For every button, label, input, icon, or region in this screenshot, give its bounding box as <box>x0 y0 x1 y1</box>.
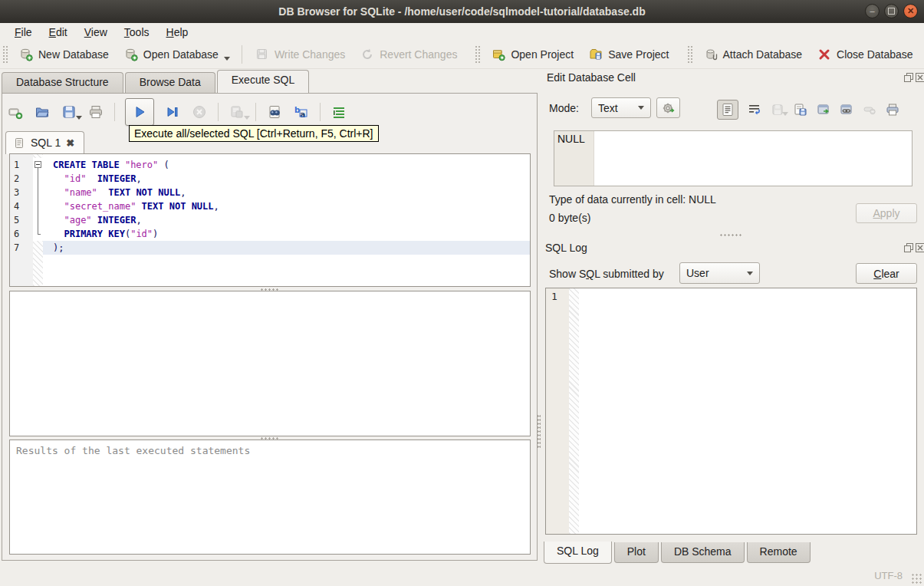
sql-code-editor[interactable]: 1 CREATE TABLE "hero" ( 2 "id" INTEGER, … <box>9 153 531 287</box>
sql-log-dock-title: SQL Log <box>545 242 587 254</box>
menu-tools[interactable]: Tools <box>117 25 156 40</box>
link-value-icon[interactable] <box>840 103 853 117</box>
execute-all-icon <box>131 104 148 120</box>
fold-margin[interactable] <box>33 227 43 241</box>
sql-toolbar-separator <box>255 103 256 121</box>
results-message-panel[interactable]: Results of the last executed statements <box>9 440 531 555</box>
close-database-button[interactable]: Close Database <box>809 42 920 67</box>
new-sql-tab-icon[interactable] <box>7 104 24 120</box>
maximize-button[interactable] <box>884 4 899 18</box>
log-line-number: 1 <box>546 288 916 302</box>
sql-tab-1[interactable]: SQL 1 ✖ <box>5 131 84 154</box>
fold-margin[interactable] <box>33 213 43 227</box>
toolbar-handle[interactable] <box>475 45 481 64</box>
line-number: 4 <box>10 199 33 213</box>
main-toolbar: New Database Open Database Write Changes… <box>0 41 924 69</box>
fold-toggle-icon[interactable] <box>35 161 41 168</box>
clear-button-label: Clear <box>873 268 899 280</box>
auto-complete-icon[interactable]: ba <box>293 104 310 120</box>
cell-value-area[interactable] <box>594 131 912 186</box>
toolbar-handle[interactable] <box>2 45 8 64</box>
cell-null-indicator: NULL <box>554 131 594 186</box>
code-line: 1 CREATE TABLE "hero" ( <box>10 158 530 172</box>
mode-select[interactable]: Text <box>591 97 651 118</box>
save-sql-file-icon[interactable] <box>61 104 77 120</box>
stop-icon <box>191 104 208 120</box>
encoding-indicator[interactable]: UTF-8 <box>874 570 903 581</box>
word-wrap-icon[interactable] <box>748 103 761 117</box>
tab-db-schema[interactable]: DB Schema <box>661 542 745 563</box>
close-dock-icon[interactable] <box>916 243 924 252</box>
fold-margin[interactable] <box>33 172 43 186</box>
set-null-icon <box>863 103 876 117</box>
print-icon[interactable] <box>87 104 104 120</box>
print-value-icon[interactable] <box>886 103 899 117</box>
edit-cell-toolbar <box>717 98 899 121</box>
open-value-icon <box>771 103 784 117</box>
export-value-icon[interactable] <box>817 103 830 117</box>
write-changes-icon <box>254 46 271 63</box>
float-dock-icon[interactable] <box>904 243 913 252</box>
write-changes-label: Write Changes <box>275 48 345 61</box>
execute-all-button[interactable] <box>125 98 154 126</box>
new-database-icon <box>18 46 35 63</box>
code-line: 5 "age" INTEGER, <box>10 213 530 227</box>
save-results-icon <box>229 104 245 120</box>
fold-margin[interactable] <box>33 199 43 213</box>
menu-view[interactable]: View <box>77 25 114 40</box>
attach-database-button[interactable]: Attach Database <box>695 42 810 67</box>
minimize-button[interactable]: – <box>865 4 880 18</box>
import-value-button[interactable] <box>656 97 680 118</box>
tab-sql-log[interactable]: SQL Log <box>544 542 612 564</box>
tab-remote[interactable]: Remote <box>747 542 811 563</box>
cell-value-editor[interactable]: NULL <box>554 130 912 186</box>
code-line-current: 7 ); <box>10 241 530 255</box>
sql-document-icon <box>14 137 25 149</box>
save-as-value-icon[interactable] <box>794 103 807 117</box>
pane-splitter-handle[interactable] <box>537 414 541 449</box>
sql-log-editor[interactable]: 1 <box>545 288 917 535</box>
format-sql-icon[interactable] <box>330 104 347 120</box>
mode-label: Mode: <box>549 102 579 114</box>
toolbar-handle[interactable] <box>687 45 693 64</box>
tab-browse-data[interactable]: Browse Data <box>125 72 215 93</box>
close-database-icon <box>816 46 833 63</box>
resize-grip[interactable] <box>911 573 922 584</box>
save-sql-dropdown-icon[interactable] <box>76 116 82 120</box>
menu-edit[interactable]: Edit <box>42 25 74 40</box>
tab-database-structure[interactable]: Database Structure <box>2 72 123 93</box>
log-filter-select-value: User <box>686 267 709 279</box>
code-line: 6 PRIMARY KEY("id") <box>10 227 530 241</box>
line-number: 3 <box>10 186 33 199</box>
db-browser-window: DB Browser for SQLite - /home/user/code/… <box>0 0 924 586</box>
open-database-icon <box>123 46 140 63</box>
menu-file[interactable]: File <box>8 25 39 40</box>
open-database-button[interactable]: Open Database <box>116 42 237 67</box>
text-mode-button[interactable] <box>717 100 738 120</box>
sql-tab-close-icon[interactable]: ✖ <box>66 137 74 149</box>
code-line: 2 "id" INTEGER, <box>10 172 530 186</box>
new-database-button[interactable]: New Database <box>11 42 116 67</box>
open-database-label: Open Database <box>143 48 219 61</box>
dock-splitter-handle[interactable] <box>719 234 742 236</box>
apply-button-label: Apply <box>873 207 899 219</box>
results-grid-panel[interactable] <box>9 291 531 436</box>
fold-margin[interactable] <box>33 158 43 172</box>
execute-current-line-icon[interactable] <box>164 104 181 120</box>
log-filter-select[interactable]: User <box>679 262 760 284</box>
open-sql-file-icon[interactable] <box>34 104 51 120</box>
line-number: 6 <box>10 227 33 241</box>
save-project-button[interactable]: Save Project <box>580 42 676 67</box>
open-database-dropdown-icon[interactable] <box>224 57 230 61</box>
fold-margin[interactable] <box>33 186 43 199</box>
open-project-button[interactable]: Open Project <box>483 42 580 67</box>
menu-help[interactable]: Help <box>159 25 196 40</box>
clear-log-button[interactable]: Clear <box>856 263 917 284</box>
close-button[interactable]: ✕ <box>903 4 918 18</box>
fold-margin[interactable] <box>33 241 43 255</box>
float-dock-icon[interactable] <box>904 73 913 82</box>
find-icon[interactable] <box>266 104 283 120</box>
tab-execute-sql[interactable]: Execute SQL <box>217 70 310 93</box>
close-dock-icon[interactable] <box>916 73 924 82</box>
tab-plot[interactable]: Plot <box>614 542 659 563</box>
